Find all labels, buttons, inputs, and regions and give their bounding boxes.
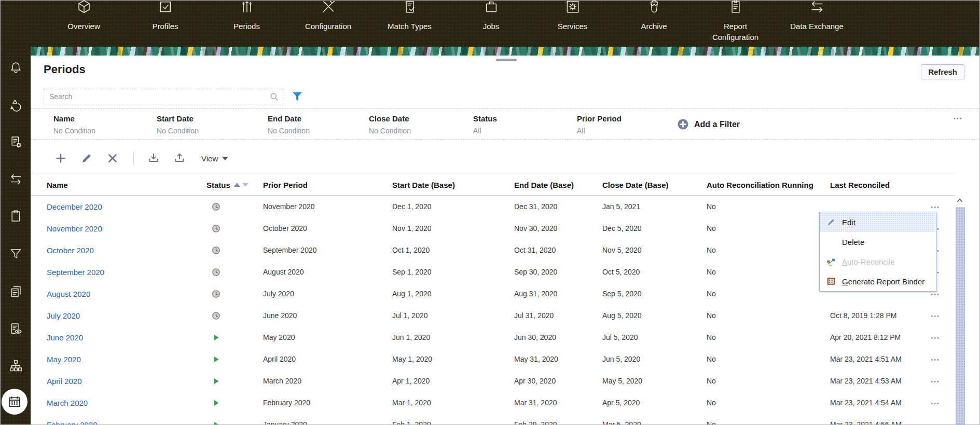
period-name-link[interactable]: August 2020 [47,290,206,298]
nav-item-data-exchange[interactable]: Data Exchange [776,1,858,43]
add-button[interactable] [54,152,67,164]
export-button[interactable] [173,152,186,164]
sidebar-item-task-arrow[interactable] [1,98,31,112]
sidebar-item-swap-arrows[interactable] [1,172,31,186]
period-name-link[interactable]: February 2020 [47,420,206,425]
nav-item-profiles[interactable]: Profiles [125,1,206,43]
period-name-link[interactable]: March 2020 [47,399,206,407]
column-header-close-date-base-[interactable]: Close Date (Base) [602,181,707,189]
sort-arrows[interactable] [234,183,249,187]
open-status-icon [206,355,263,364]
status-cell [206,224,263,233]
end-date-cell: Jun 30, 2020 [514,333,602,341]
row-actions-button[interactable] [931,204,940,210]
nav-item-jobs[interactable]: Jobs [450,1,532,43]
column-header-auto-reconciliation-running[interactable]: Auto Reconciliation Running [707,181,830,189]
row-actions-button[interactable] [931,357,940,363]
status-cell [206,420,263,425]
nav-item-periods[interactable]: Periods [206,1,287,43]
column-header-prior-period[interactable]: Prior Period [263,181,392,189]
column-header-label: Status [206,181,230,189]
filter-label: Prior Period [577,114,622,123]
filter-bar-overflow-button[interactable] [954,115,963,121]
plus-circle-icon [677,118,689,131]
scrollbar-thumb[interactable] [956,207,965,425]
table-toolbar: View [31,149,980,168]
column-header-end-date-base-[interactable]: End Date (Base) [514,181,602,189]
nav-item-report-configuration[interactable]: Report Configuration [695,1,776,43]
row-actions-button[interactable] [931,400,940,406]
nav-item-match-types[interactable]: Match Types [369,1,450,43]
context-menu-item-auto-reconcile: Auto-Reconcile [820,252,936,271]
nav-item-label: Archive [641,21,667,32]
period-name-link[interactable]: November 2020 [47,224,206,233]
filter-condition-end-date[interactable]: End Date No Condition [268,109,310,135]
column-header-start-date-base-[interactable]: Start Date (Base) [392,181,514,189]
sidebar-item-doc-gear[interactable] [1,135,31,149]
sidebar-item-copy-docs[interactable] [1,284,31,298]
search-input[interactable] [44,89,283,104]
row-actions-button[interactable] [931,378,940,385]
row-actions-button[interactable] [931,335,940,341]
nav-item-services[interactable]: Services [532,1,613,43]
auto-reconciliation-cell: No [707,224,830,232]
scroll-up-arrow-icon[interactable] [955,197,965,205]
auto-reconciliation-cell: No [707,377,830,385]
delete-button[interactable] [106,152,119,164]
status-cell [206,202,263,211]
cube-icon [76,0,92,13]
start-date-cell: Apr 1, 2020 [392,377,514,385]
context-menu-item-delete[interactable]: Delete [820,232,936,252]
row-actions-button[interactable] [931,291,940,297]
panel-drag-handle[interactable] [496,59,517,61]
swap-arrows-icon [9,172,23,186]
period-name-link[interactable]: June 2020 [47,333,206,342]
refresh-button[interactable]: Refresh [921,64,964,79]
end-date-cell: Dec 31, 2020 [514,202,602,211]
filter-condition-close-date[interactable]: Close Date No Condition [369,109,411,135]
start-date-cell: Aug 1, 2020 [392,290,514,298]
column-header-name[interactable]: Name [47,181,206,189]
period-name-link[interactable]: October 2020 [47,246,206,255]
period-name-link[interactable]: September 2020 [47,268,206,277]
view-menu-button[interactable]: View [201,154,228,163]
sidebar-item-funnel[interactable] [1,247,31,261]
context-menu-item-generate-report-binder[interactable]: Generate Report Binder [820,271,936,291]
sidebar-item-doc-eye[interactable] [1,322,31,336]
row-actions-button[interactable] [931,422,940,425]
row-context-menu: Edit Delete Auto-Reconcile Generate Repo… [819,212,936,292]
period-name-link[interactable]: April 2020 [47,377,206,386]
add-filter-button[interactable]: Add a Filter [677,118,740,131]
sidebar-item-active-calendar[interactable] [2,389,27,415]
filter-condition-name[interactable]: Name No Condition [53,109,95,135]
table-row: April 2020March 2020Apr 1, 2020Apr 30, 2… [47,370,980,392]
import-button[interactable] [147,152,160,164]
period-name-link[interactable]: May 2020 [47,355,206,364]
search-box [44,89,283,104]
status-cell [206,377,263,386]
swap-arrows-icon [809,0,825,13]
start-date-cell: Feb 1, 2020 [392,420,514,425]
edit-button[interactable] [80,152,93,164]
status-cell [206,246,263,255]
period-name-link[interactable]: December 2020 [47,202,206,211]
start-date-cell: Dec 1, 2020 [392,202,514,211]
nav-item-overview[interactable]: Overview [43,1,125,43]
nav-item-label: Jobs [483,21,500,32]
search-icon[interactable] [269,91,280,102]
filter-condition-status[interactable]: Status All [473,109,497,135]
period-name-link[interactable]: July 2020 [47,311,206,320]
column-header-last-reconciled[interactable]: Last Reconciled [830,181,921,189]
column-header-status[interactable]: Status [206,181,263,189]
filter-condition-prior-period[interactable]: Prior Period All [577,109,622,135]
sidebar-item-bell[interactable] [1,61,31,75]
row-actions-button[interactable] [931,313,940,319]
end-date-cell: Aug 31, 2020 [514,290,602,298]
sidebar-item-hierarchy[interactable] [1,359,31,373]
context-menu-item-edit[interactable]: Edit [820,212,936,232]
nav-item-archive[interactable]: Archive [613,1,695,43]
filter-condition-start-date[interactable]: Start Date No Condition [157,109,199,135]
filter-funnel-icon[interactable] [291,90,303,103]
sidebar-item-clipboard[interactable] [1,209,31,223]
nav-item-configuration[interactable]: Configuration [287,1,369,43]
